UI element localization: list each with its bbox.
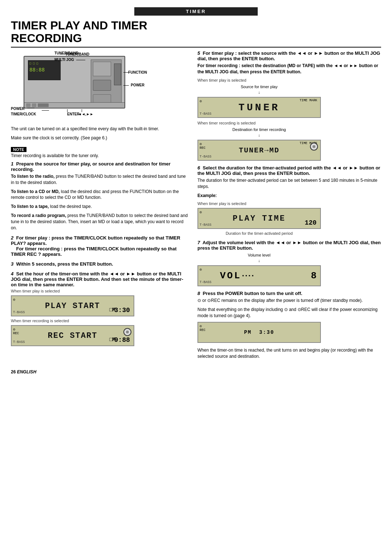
left-column: □ □ □ 88:88 <box>11 50 189 362</box>
page-footer: 26 ENGLISH <box>11 369 381 374</box>
note-box: NOTE <box>11 147 26 152</box>
step4-caption1: When timer play is selected <box>11 289 189 293</box>
step-4: 4 Set the hour of the timer-on time with… <box>11 271 189 346</box>
step-3: 3 Within 5 seconds, press the ENTER butt… <box>11 261 189 267</box>
step-5: 5 For timer play : select the source wit… <box>197 50 381 161</box>
step6-display1: ⊙ T-BASS PLAY TIME 120 <box>197 208 321 229</box>
vol-caption: Volume level ↓ <box>197 252 321 263</box>
step5-body1: For timer recording : select the destina… <box>197 63 381 75</box>
step-6: 6 Select the duration for the timer-acti… <box>197 165 381 235</box>
step-2: 2 For timer play : press the TIMER/CLOCK… <box>11 235 189 257</box>
step6-body: The duration for the timer-activated per… <box>197 177 381 190</box>
step-1-heading: 1 Prepare the source for timer play, or … <box>11 161 189 172</box>
step6-caption1: When timer play is selected <box>197 201 381 206</box>
step6-duration-caption: Duration for the timer-activated period <box>197 231 321 235</box>
note-text: Timer recording is available for the tun… <box>11 153 189 158</box>
step-5-heading: 5 For timer play : select the source wit… <box>197 50 381 61</box>
step8-body2: Note that everything on the display incl… <box>197 307 381 319</box>
step8-display: ⊙ REC PM 3:30 <box>197 322 321 343</box>
step-2-heading: 2 For timer play : press the TIMER/CLOCK… <box>11 235 189 257</box>
source-caption: Source for timer play ↓ <box>197 84 321 95</box>
step7-display: ⊙ T-BASS VOL ▪▪▪▪ 8 <box>197 265 321 286</box>
step5-display2: ⊙ REC T-BASS TIME MARK TUNER→MD <box>197 140 321 161</box>
step4-caption2: When timer recording is selected <box>11 319 189 323</box>
final-note: When the timer-on time is reached, the u… <box>197 347 381 360</box>
step8-body1: ⊙ or ⊙REC remains on the display after t… <box>197 298 381 304</box>
step-3-heading: 3 Within 5 seconds, press the ENTER butt… <box>11 261 189 267</box>
step-1: 1 Prepare the source for timer play, or … <box>11 161 189 231</box>
step-8-heading: 8 Press the POWER button to turn the uni… <box>197 291 381 296</box>
step4-display1: ⊙ T-BASS PLAY START □M 3:30 <box>11 295 134 316</box>
right-column: 5 For timer play : select the source wit… <box>197 50 381 362</box>
step-8: 8 Press the POWER button to turn the uni… <box>197 291 381 343</box>
intro-text-2: Make sure the clock is set correctly. (S… <box>11 135 189 141</box>
page-title: TIMER PLAY AND TIMER RECORDING <box>11 19 381 48</box>
dest-caption: Destination for timer recording ↓ <box>197 127 321 138</box>
step5-rec-caption: When timer recording is selected <box>197 121 381 125</box>
step-6-heading: 6 Select the duration for the timer-acti… <box>197 165 381 176</box>
cd-icon <box>123 328 131 336</box>
step5-display1: ⊙ T-BASS TIME MARK TUNER <box>197 97 321 118</box>
step-7-heading: 7 Adjust the volume level with the ◄◄ or… <box>197 240 381 251</box>
step-7: 7 Adjust the volume level with the ◄◄ or… <box>197 240 381 286</box>
step-4-heading: 4 Set the hour of the timer-on time with… <box>11 271 189 287</box>
intro-text-1: The unit can be turned on at a specified… <box>11 126 189 132</box>
timer-banner: TIMER <box>134 7 258 16</box>
step4-display2: ⊙ REC T-BASS REC START □M 9:88 <box>11 325 134 346</box>
step5-play-caption: When timer play is selected <box>197 78 381 82</box>
device-diagram: □ □ □ 88:88 <box>11 50 149 123</box>
cd-icon-2 <box>310 143 318 151</box>
